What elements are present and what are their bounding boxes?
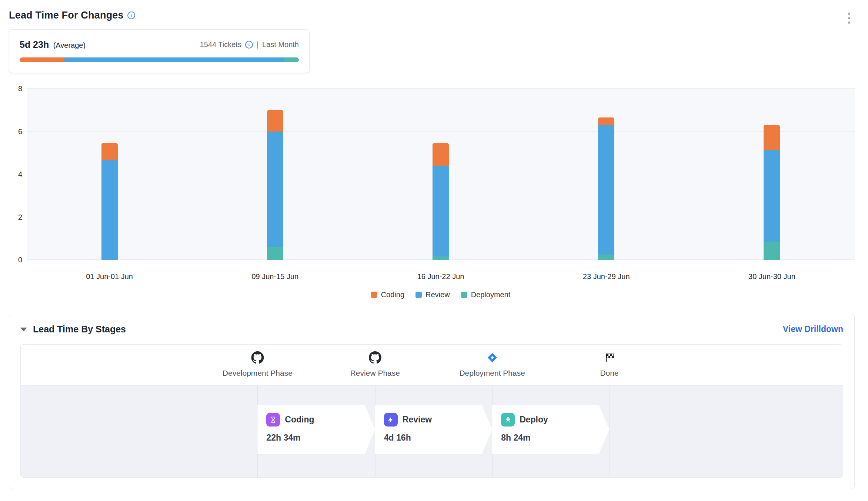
stacked-bar-16-jun-22-jun[interactable] [433,89,449,260]
view-drilldown-link[interactable]: View Drilldown [783,324,843,334]
bar-segment-deployment [267,247,283,260]
stacked-bar-01-jun-01-jun[interactable] [101,89,118,260]
chart-column [192,89,358,260]
x-axis-label: 23 Jun-29 Jun [524,272,689,281]
bar-segment-coding [267,110,283,132]
bar-segment-coding [433,143,449,166]
legend-swatch-icon [461,292,467,298]
y-tick-label: 0 [18,256,22,264]
stage-duration: 8h 24m [501,433,593,443]
stacked-bar-30-jun-30-jun[interactable] [764,89,780,260]
stages-header: Lead Time By Stages View Drilldown [20,324,843,335]
tickets-count: 1544 Tickets [200,40,241,49]
y-tick-label: 2 [18,213,22,221]
stage-table: Development PhaseReview PhaseDeployment … [20,344,843,478]
average-label: (Average) [53,41,86,49]
stage-name: Coding [285,415,314,425]
chart-columns [27,89,855,260]
x-axis-label: 16 Jun-22 Jun [358,272,523,281]
summary-segment-coding [20,57,64,62]
stage-title-row: Review [384,413,476,427]
tickets-info-icon[interactable]: i [245,41,253,49]
stage-duration: 22h 34m [266,433,358,443]
chart-x-axis: 01 Jun-01 Jun09 Jun-15 Jun16 Jun-22 Jun2… [27,272,855,281]
bar-segment-review [764,150,780,242]
summary-segment-deployment [284,57,299,62]
diamond-icon [487,351,498,365]
y-tick-label: 4 [18,170,22,179]
milestone-deployment-phase: Deployment Phase [459,351,525,378]
average-value-group: 5d 23h (Average) [20,39,86,50]
stage-name: Review [403,415,432,425]
stages-title: Lead Time By Stages [33,324,126,335]
bar-segment-review [101,160,118,260]
github-icon [251,351,264,365]
stage-card-coding[interactable]: Coding22h 34m [257,405,375,454]
stacked-bar-09-jun-15-jun[interactable] [267,89,283,260]
bar-segment-deployment [764,242,780,260]
x-axis-label: 30 Jun-30 Jun [689,272,855,281]
chart-column [27,89,192,260]
chart-legend: CodingReviewDeployment [27,291,855,299]
x-axis-label: 01 Jun-01 Jun [27,272,192,281]
summary-meta: 1544 Tickets i | Last Month [200,40,299,49]
lead-time-chart: 02468 01 Jun-01 Jun09 Jun-15 Jun16 Jun-2… [9,89,855,299]
legend-swatch-icon [415,292,422,298]
stage-band: Coding22h 34mReview4d 16hDeploy8h 24m [21,385,843,477]
chart-column [524,89,689,260]
legend-label: Deployment [471,291,511,299]
column-divider [610,386,610,477]
y-tick-label: 8 [18,84,22,93]
milestones-row: Development PhaseReview PhaseDeployment … [21,345,843,385]
github-icon [369,351,381,365]
milestone-review-phase: Review Phase [350,351,400,378]
lead-time-widget: Lead Time For Changes i 5d 23h (Average)… [0,0,868,489]
summary-progress-bar [20,57,299,62]
legend-swatch-icon [371,292,377,298]
stage-name: Deploy [520,415,548,425]
stage-duration: 4d 16h [384,433,476,443]
bar-segment-deployment [433,256,449,260]
stage-card-review[interactable]: Review4d 16h [375,405,492,454]
stage-title-row: Deploy [501,413,593,427]
stacked-bar-23-jun-29-jun[interactable] [598,89,614,260]
bar-segment-review [598,125,614,254]
rocket-icon [501,413,515,427]
legend-item-review[interactable]: Review [415,291,450,299]
collapse-caret-icon[interactable] [20,328,27,331]
bar-segment-review [433,166,449,256]
meta-separator: | [257,40,258,49]
bar-segment-coding [764,125,780,149]
bar-segment-coding [101,143,118,160]
milestone-label: Deployment Phase [459,369,525,378]
period-label: Last Month [262,40,299,49]
legend-item-deployment[interactable]: Deployment [461,291,511,299]
milestone-label: Review Phase [350,369,400,378]
bar-segment-deployment [598,255,614,260]
average-value: 5d 23h [20,39,49,50]
milestone-done: Done [600,351,618,378]
bar-segment-coding [598,117,614,125]
milestone-label: Done [600,369,618,378]
y-tick-label: 6 [18,127,22,136]
summary-card: 5d 23h (Average) 1544 Tickets i | Last M… [9,29,310,73]
bar-segment-review [267,132,283,247]
milestone-development-phase: Development Phase [223,351,293,378]
x-axis-label: 09 Jun-15 Jun [192,272,358,281]
legend-label: Review [425,291,450,299]
milestone-label: Development Phase [223,369,293,378]
chart-column [358,89,523,260]
page-title: Lead Time For Changes [9,10,124,21]
chart-column [689,89,855,260]
bolt-icon [384,413,398,427]
summary-segment-review [64,57,284,62]
hourglass-icon [266,413,280,427]
chart-y-axis: 02468 [9,89,27,260]
legend-label: Coding [381,291,404,299]
title-info-icon[interactable]: i [127,11,135,19]
legend-item-coding[interactable]: Coding [371,291,404,299]
chart-plot [27,89,855,260]
stage-card-deploy[interactable]: Deploy8h 24m [492,405,609,454]
checkered-flag-icon [604,351,615,365]
kebab-menu-icon[interactable] [847,11,852,25]
